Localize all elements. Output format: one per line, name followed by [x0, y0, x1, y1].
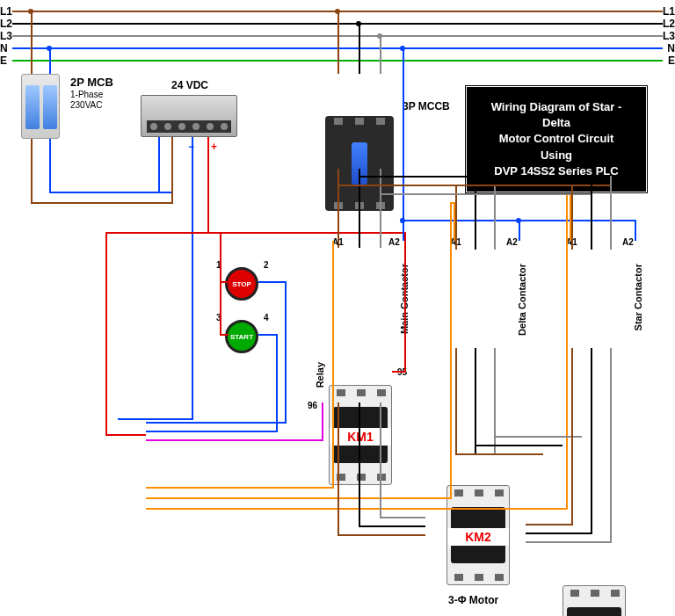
- label-l1-right: L1: [663, 5, 675, 18]
- wire-plc-y1: [146, 497, 452, 499]
- km1-t2: [357, 389, 366, 396]
- km3-role: Star Contactor: [633, 264, 643, 330]
- wire-km3-out1: [571, 348, 573, 524]
- wire-mcb-out-n: [49, 139, 51, 192]
- wire-dc-pos-1: [207, 137, 209, 232]
- wire-plc-y0: [146, 487, 332, 489]
- label-l3-right: L3: [663, 30, 675, 42]
- wire-km3-out2: [591, 348, 592, 533]
- psu-t1: [150, 123, 157, 130]
- wire-w2-h: [526, 524, 573, 525]
- label-e-left: E: [0, 54, 7, 67]
- mccb-t-in3: [376, 118, 385, 125]
- wire-mccb-l2: [359, 23, 360, 74]
- label-e-right: E: [668, 54, 675, 67]
- km2-role: Delta Contactor: [517, 264, 527, 336]
- diagram-title: Wiring Diagram of Star - Delta Motor Con…: [464, 84, 649, 194]
- contactor-km2: KM2: [446, 485, 510, 585]
- km3-a2: A2: [622, 237, 634, 247]
- km1-t3: [377, 389, 386, 396]
- wire-coil-n-km1: [403, 47, 404, 241]
- km1-b3: [377, 474, 386, 481]
- start-button: START: [225, 320, 258, 353]
- psu-24vdc: [141, 95, 237, 137]
- label-l2-right: L2: [663, 18, 675, 30]
- psu-name: 24 VDC: [171, 79, 208, 91]
- psu-t4: [192, 123, 200, 130]
- contactor-km3: KM3: [562, 585, 626, 616]
- km3-body: [567, 607, 621, 616]
- km2-t2: [475, 489, 483, 496]
- km3-t2: [591, 590, 599, 597]
- wire-plc-y2: [146, 508, 568, 510]
- label-l3-left: L3: [0, 30, 12, 42]
- wire-ol-u1: [338, 402, 339, 534]
- wire-ol-v1: [359, 402, 360, 525]
- junction-coil-bus1: [400, 218, 405, 223]
- start-label: START: [230, 333, 253, 341]
- wire-ol-w1: [380, 402, 381, 517]
- wire-mcb-in-l1: [31, 11, 33, 74]
- wire-mccb-l1: [338, 11, 339, 74]
- km2-t1: [454, 489, 463, 496]
- wire-ol96: [146, 439, 322, 441]
- wire-mccb-out-l3: [380, 169, 381, 248]
- junction-coil-bus2: [516, 218, 521, 223]
- wire-km3-in2: [591, 176, 592, 250]
- wire-dc-pos-plc-in: [105, 434, 146, 436]
- wire-dc-neg: [192, 137, 193, 418]
- psu-t6: [221, 123, 228, 130]
- wire-km2-link1: [455, 453, 543, 455]
- wire-psu-l1: [31, 202, 171, 204]
- wire-km2-out1: [455, 348, 457, 453]
- overload-name: Relay: [315, 362, 325, 388]
- km2-t3: [495, 489, 504, 496]
- label-n-left: N: [0, 42, 8, 54]
- title-line1: Wiring Diagram of Star - Delta: [483, 99, 630, 131]
- wire-start-out: [258, 334, 276, 336]
- psu-t5: [207, 123, 214, 130]
- psu-pos: +: [211, 141, 217, 153]
- motor-name: 3-Φ Motor: [448, 594, 498, 606]
- km3-t3: [611, 590, 620, 597]
- wire-mcb-in-n: [49, 47, 51, 74]
- wire-mccb-out-l1: [338, 169, 339, 248]
- wire-stop-plc-in: [146, 422, 287, 424]
- wire-km2-link2: [475, 445, 562, 446]
- mccb-t-in1: [334, 118, 343, 125]
- wire-mccb-out-l2: [359, 169, 360, 248]
- wire-start-feed: [220, 281, 221, 336]
- wire-km3-a1-v: [566, 193, 568, 510]
- title-line2: Motor Control Circuit Using: [483, 131, 630, 163]
- wire-ol95-feed: [404, 232, 406, 373]
- km1-t1: [337, 389, 345, 396]
- wire-km2-out3: [494, 348, 496, 453]
- junction-mcb-l1: [28, 9, 33, 14]
- mcb-phase: 1-Phase: [70, 90, 103, 99]
- wire-km3-in3: [610, 176, 612, 250]
- label-l1-left: L1: [0, 5, 12, 18]
- label-n-right: N: [667, 42, 675, 54]
- wire-mccb-l3: [380, 35, 381, 74]
- wire-stop-feed: [220, 232, 221, 283]
- km2-a2: A2: [506, 237, 518, 247]
- junction-mccb-l1: [335, 9, 340, 14]
- stop-t2: 2: [264, 260, 269, 270]
- wire-power-bus-l3: [380, 193, 591, 195]
- wire-dc-neg-to-plc: [118, 418, 193, 420]
- wire-v2-h: [526, 541, 612, 543]
- junction-mccb-l2: [356, 21, 361, 26]
- wire-km2-out2: [475, 348, 476, 453]
- start-t4: 4: [264, 313, 269, 322]
- mcb-2p: [21, 74, 60, 139]
- wire-stop-to-plc: [285, 281, 287, 422]
- psu-t3: [178, 123, 185, 130]
- overload-96: 96: [308, 401, 317, 410]
- wire-km3-out3: [610, 348, 612, 541]
- wire-psu-l1-up: [171, 137, 173, 204]
- stop-label: STOP: [232, 280, 251, 288]
- wire-psu-n: [49, 192, 172, 193]
- wire-stop-out: [258, 281, 285, 283]
- wire-w1-h: [380, 517, 425, 518]
- wire-power-bus-l2: [359, 176, 610, 178]
